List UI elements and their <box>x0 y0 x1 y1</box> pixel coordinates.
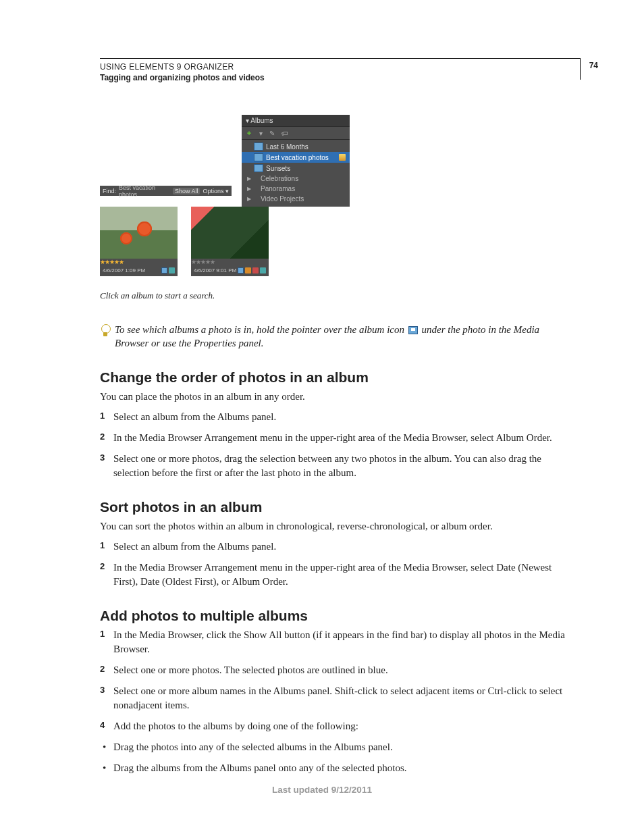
album-item: ▶Celebrations <box>242 174 350 184</box>
find-value: Best vacation photos <box>119 184 170 198</box>
tag-icon <box>252 267 259 273</box>
tag-icon <box>260 267 266 273</box>
album-label: Video Projects <box>261 195 304 203</box>
options-menu: Options ▾ <box>203 188 229 194</box>
albums-panel-head: ▾ Albums <box>242 115 350 127</box>
chevron-right-icon: ▶ <box>247 176 251 182</box>
thumbnail: ★★★★★ 4/6/2007 9:01 PM <box>191 207 269 276</box>
header-rule <box>100 58 581 59</box>
bullet: Drag the photos into any of the selected… <box>100 740 574 754</box>
edit-icon: ▾ <box>259 130 263 137</box>
steps-list: Select an album from the Albums panel. I… <box>100 540 574 589</box>
chevron-right-icon: ▶ <box>247 186 251 192</box>
album-icon <box>254 153 263 161</box>
page-number: 74 <box>589 61 598 70</box>
lightbulb-icon <box>100 324 111 339</box>
thumbnail-tags <box>238 267 266 273</box>
albums-panel: ▾ Albums ＋ ▾ ✎ 🏷 Last 6 Months Best vaca… <box>242 115 350 207</box>
step: Add the photos to the albums by doing on… <box>100 719 574 733</box>
step: Select one or more photos, drag the sele… <box>100 452 574 480</box>
step: Select one or more album names in the Al… <box>100 684 574 712</box>
page: 74 USING ELEMENTS 9 ORGANIZER Tagging an… <box>0 0 644 834</box>
steps-list: Select an album from the Albums panel. I… <box>100 410 574 480</box>
find-bar: Find: Best vacation photos Show All Opti… <box>100 186 232 196</box>
thumbnail-image <box>191 207 269 259</box>
show-all-button: Show All <box>173 188 200 194</box>
section-heading: Add photos to multiple albums <box>100 608 574 624</box>
tag-icon <box>169 267 175 273</box>
figure-image: ▾ Albums ＋ ▾ ✎ 🏷 Last 6 Months Best vaca… <box>100 115 350 284</box>
section-heading: Sort photos in an album <box>100 499 574 515</box>
tip-text: To see which albums a photo is in, hold … <box>115 323 574 350</box>
tip: To see which albums a photo is in, hold … <box>100 323 574 350</box>
pencil-icon: ✎ <box>269 130 275 137</box>
step: Select one or more photos. The selected … <box>100 663 574 677</box>
albums-toolbar: ＋ ▾ ✎ 🏷 <box>242 127 350 140</box>
step: In the Media Browser Arrangement menu in… <box>100 561 574 589</box>
album-label: Celebrations <box>261 175 298 182</box>
album-label: Panoramas <box>261 185 295 192</box>
section-intro: You can place the photos in an album in … <box>100 390 574 403</box>
album-item: Last 6 Months <box>242 141 350 152</box>
figure-caption: Click an album to start a search. <box>100 290 350 301</box>
album-item: ▶Panoramas <box>242 184 350 194</box>
thumbnail: ★★★★★ 4/6/2007 1:09 PM <box>100 207 178 276</box>
albums-title: Albums <box>250 117 273 124</box>
tip-text-before: To see which albums a photo is in, hold … <box>115 324 407 335</box>
header-subtitle: Tagging and organizing photos and videos <box>100 73 574 82</box>
step: Select an album from the Albums panel. <box>100 410 574 424</box>
album-item: Sunsets <box>242 163 350 174</box>
albums-list: Last 6 Months Best vacation photos Sunse… <box>242 140 350 207</box>
thumbnail-tags <box>161 267 175 273</box>
tag-icon <box>245 267 251 273</box>
bullet-list: Drag the photos into any of the selected… <box>100 740 574 775</box>
step: Select an album from the Albums panel. <box>100 540 574 554</box>
album-label: Best vacation photos <box>266 154 329 161</box>
step: In the Media Browser Arrangement menu in… <box>100 431 574 445</box>
header-vert-rule <box>580 58 581 80</box>
add-icon: ＋ <box>246 128 252 138</box>
section-intro: You can sort the photos within an album … <box>100 519 574 533</box>
album-icon <box>254 142 263 151</box>
find-label: Find: <box>103 188 116 194</box>
chevron-right-icon: ▶ <box>247 196 251 202</box>
header-title: USING ELEMENTS 9 ORGANIZER <box>100 62 574 72</box>
album-item: ▶Video Projects <box>242 194 350 204</box>
rating-stars: ★★★★★ <box>100 259 178 265</box>
rating-stars: ★★★★★ <box>191 259 269 265</box>
thumbnail-date: 4/6/2007 1:09 PM <box>103 267 145 273</box>
step: In the Media Browser, click the Show All… <box>100 628 574 656</box>
tag-icon: 🏷 <box>281 130 288 137</box>
album-icon <box>238 267 244 273</box>
album-icon <box>254 164 263 172</box>
bullet: Drag the albums from the Albums panel on… <box>100 761 574 775</box>
thumbnail-image <box>100 207 178 259</box>
album-label: Sunsets <box>266 165 290 172</box>
album-icon <box>161 267 167 273</box>
steps-list: In the Media Browser, click the Show All… <box>100 628 574 733</box>
section-heading: Change the order of photos in an album <box>100 369 574 386</box>
share-icon <box>339 154 346 161</box>
thumbnail-date: 4/6/2007 9:01 PM <box>194 267 236 273</box>
page-footer: Last updated 9/12/2011 <box>0 785 644 795</box>
album-item: Best vacation photos <box>242 152 350 163</box>
thumbs-row: ★★★★★ 4/6/2007 1:09 PM ★★★★★ 4/6/2007 9:… <box>100 207 269 276</box>
album-label: Last 6 Months <box>266 143 308 151</box>
album-icon <box>408 326 418 334</box>
figure: ▾ Albums ＋ ▾ ✎ 🏷 Last 6 Months Best vaca… <box>100 115 350 301</box>
